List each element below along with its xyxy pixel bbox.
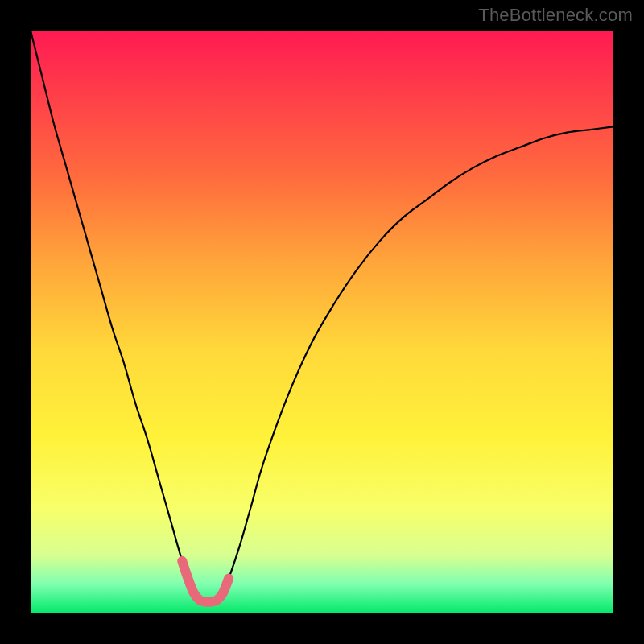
chart-svg <box>31 31 613 613</box>
bottleneck-curve <box>31 31 613 602</box>
chart-stage: TheBottleneck.com <box>0 0 644 644</box>
optimal-region-highlight <box>182 561 229 602</box>
watermark-text: TheBottleneck.com <box>478 5 633 26</box>
